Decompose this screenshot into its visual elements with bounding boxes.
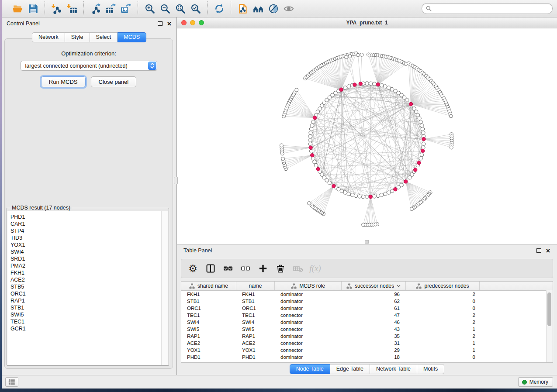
- mcds-result-item[interactable]: SRD1: [10, 255, 168, 262]
- tab-edge-table[interactable]: Edge Table: [330, 364, 370, 374]
- binoculars-button[interactable]: [250, 2, 266, 16]
- dropdown-selected-value: largest connected component (undirected): [21, 63, 148, 69]
- table-scrollbar[interactable]: [546, 290, 553, 362]
- toolbar-group: [138, 1, 207, 16]
- table-row[interactable]: SWI4SWI4dominator462: [181, 319, 553, 326]
- mcds-result-item[interactable]: ACE2: [10, 276, 168, 283]
- window-zoom-icon[interactable]: [199, 20, 204, 25]
- settings-gear-button[interactable]: ⚙: [187, 263, 199, 275]
- mcds-result-item[interactable]: TEC1: [10, 318, 168, 325]
- column-header-shared-name[interactable]: shared name: [181, 282, 236, 290]
- zoom-fit-icon: [175, 3, 186, 14]
- import-table-button[interactable]: [64, 2, 80, 16]
- tab-node-table[interactable]: Node Table: [290, 364, 330, 374]
- mcds-result-item[interactable]: SWI5: [10, 311, 168, 318]
- memory-button[interactable]: Memory: [518, 377, 553, 387]
- cell-predecessor-nodes: 1: [406, 340, 480, 346]
- split-columns-button[interactable]: [204, 263, 216, 275]
- tab-motifs[interactable]: Motifs: [417, 364, 444, 374]
- refresh-button[interactable]: [211, 2, 227, 16]
- tab-select[interactable]: Select: [90, 32, 118, 42]
- mcds-result-group: MCDS result (17 nodes) PHD1CAR1STP4TID3Y…: [7, 208, 169, 366]
- zoom-out-button[interactable]: [157, 2, 173, 16]
- eye-button[interactable]: [281, 2, 296, 16]
- mcds-result-item[interactable]: STB1: [10, 304, 168, 311]
- mcds-result-item[interactable]: GCR1: [10, 325, 168, 332]
- optimization-criterion-dropdown[interactable]: largest connected component (undirected): [21, 61, 157, 71]
- close-table-panel-icon[interactable]: ✕: [546, 248, 550, 254]
- network-document-button[interactable]: [235, 2, 250, 16]
- export-table-button[interactable]: [103, 2, 118, 16]
- tab-mcds[interactable]: MCDS: [118, 32, 146, 42]
- column-label: shared name: [197, 283, 228, 289]
- add-column-button[interactable]: [257, 263, 269, 275]
- table-row[interactable]: TEC1TEC1connector472: [181, 312, 553, 319]
- window-minimize-icon[interactable]: [190, 20, 195, 25]
- table-scrollbar-thumb[interactable]: [547, 292, 551, 326]
- cell-shared-name: YOX1: [181, 347, 236, 353]
- panel-splitter-handle[interactable]: [174, 177, 178, 184]
- zoom-in-button[interactable]: [142, 2, 157, 16]
- table-row[interactable]: ORC1ORC1dominator610: [181, 305, 553, 312]
- hide-details-button[interactable]: [266, 2, 281, 16]
- mcds-result-item[interactable]: PHD1: [10, 213, 168, 220]
- task-history-button[interactable]: [5, 377, 18, 387]
- export-image-button[interactable]: [118, 2, 134, 16]
- table-row[interactable]: STB1STB1dominator620: [181, 298, 553, 305]
- mcds-result-item[interactable]: CAR1: [10, 220, 168, 227]
- mcds-result-item[interactable]: RAP1: [10, 297, 168, 304]
- window-close-icon[interactable]: [181, 20, 187, 25]
- sort-descending-icon: [397, 285, 401, 287]
- tab-network-table[interactable]: Network Table: [370, 364, 417, 374]
- mcds-result-item[interactable]: PMA2: [10, 262, 168, 269]
- mcds-result-item[interactable]: YOX1: [10, 241, 168, 248]
- save-button[interactable]: [25, 2, 41, 16]
- cell-successor-nodes: 35: [342, 334, 406, 339]
- search-box[interactable]: [422, 3, 553, 14]
- table-row[interactable]: SWI5SWI5connector431: [181, 326, 553, 333]
- zoom-fit-button[interactable]: [173, 2, 188, 16]
- node-table: shared namenameMCDS rolesuccessor nodesp…: [181, 281, 553, 363]
- column-header-mcds-role[interactable]: MCDS role: [275, 282, 342, 290]
- run-mcds-button[interactable]: Run MCDS: [41, 76, 86, 87]
- mcds-list-scrollbar[interactable]: [161, 211, 168, 365]
- mcds-result-item[interactable]: TID3: [10, 234, 168, 241]
- deselect-all-button[interactable]: [239, 263, 251, 275]
- table-row[interactable]: FKH1FKH1dominator962: [181, 291, 553, 298]
- cell-name: RAP1: [236, 334, 275, 339]
- mcds-result-item[interactable]: STB5: [10, 283, 168, 290]
- column-header-predecessor-nodes[interactable]: predecessor nodes: [406, 282, 480, 290]
- cell-shared-name: ACE2: [181, 340, 236, 346]
- search-input[interactable]: [434, 5, 548, 12]
- network-canvas[interactable]: [177, 28, 557, 244]
- tab-network[interactable]: Network: [32, 32, 65, 42]
- mcds-result-item[interactable]: SWI4: [10, 248, 168, 255]
- table-row[interactable]: RAP1RAP1dominator352: [181, 333, 553, 340]
- canvas-scrollbar-thumb[interactable]: [365, 240, 369, 244]
- table-row[interactable]: ACE2ACE2connector311: [181, 340, 553, 347]
- float-panel-icon[interactable]: [158, 21, 163, 26]
- column-header-successor-nodes[interactable]: successor nodes: [342, 282, 406, 290]
- tab-style[interactable]: Style: [65, 32, 90, 42]
- mcds-result-item[interactable]: ORC1: [10, 290, 168, 297]
- table-row[interactable]: PHD1PHD1dominator180: [181, 354, 553, 361]
- list-icon: [8, 378, 16, 385]
- import-network-button[interactable]: [49, 2, 64, 16]
- eye-icon: [283, 3, 294, 14]
- cell-predecessor-nodes: 1: [406, 347, 480, 353]
- cell-successor-nodes: 96: [342, 292, 406, 297]
- export-network-button[interactable]: [88, 2, 103, 16]
- column-header-name[interactable]: name: [236, 282, 275, 290]
- mcds-result-item[interactable]: STP4: [10, 227, 168, 234]
- select-all-button[interactable]: [222, 263, 234, 275]
- table-row[interactable]: YOX1YOX1connector291: [181, 347, 553, 354]
- export-image-icon: [121, 3, 132, 14]
- open-file-button[interactable]: [10, 2, 25, 16]
- close-panel-button[interactable]: Close panel: [91, 76, 137, 87]
- float-table-panel-icon[interactable]: [536, 248, 541, 253]
- delete-column-button[interactable]: [274, 263, 286, 275]
- close-panel-icon[interactable]: ✕: [167, 21, 172, 27]
- zoom-selected-button[interactable]: [188, 2, 203, 16]
- cell-predecessor-nodes: 2: [406, 313, 480, 318]
- mcds-result-item[interactable]: FKH1: [10, 269, 168, 276]
